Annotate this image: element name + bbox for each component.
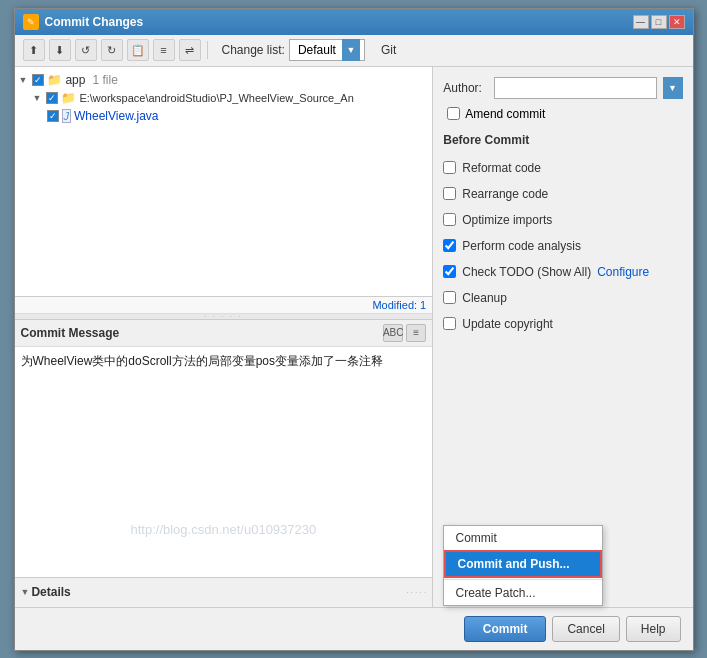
bottom-bar: Commit Commit and Push... Create Patch..… xyxy=(15,607,693,650)
dropdown-commit-push[interactable]: Commit and Push... xyxy=(444,550,602,578)
check-row-cleanup: Cleanup xyxy=(443,289,682,307)
maximize-button[interactable]: □ xyxy=(651,15,667,29)
git-label: Git xyxy=(381,43,396,57)
java-file-icon: J xyxy=(62,109,72,123)
spell-check-btn[interactable]: ABC xyxy=(383,324,403,342)
cleanup-label: Cleanup xyxy=(462,291,507,305)
checkbox-file[interactable]: ✓ xyxy=(47,110,59,122)
commit-message-text: 为WheelView类中的doScroll方法的局部变量pos变量添加了一条注释 xyxy=(21,353,427,370)
watermark: http://blog.csdn.net/u010937230 xyxy=(130,522,316,537)
toolbar-btn-4[interactable]: ↻ xyxy=(101,39,123,61)
tree-label-file: WheelView.java xyxy=(74,109,159,123)
check-row-checktodo: Check TODO (Show All) Configure xyxy=(443,263,682,281)
commit-changes-window: ✎ Commit Changes — □ ✕ ⬆ ⬇ ↺ ↻ 📋 ≡ ⇌ Cha… xyxy=(14,8,694,651)
left-panel: ▼ ✓ 📁 app 1 file ▼ ✓ 📁 E:\workspace\andr… xyxy=(15,67,434,607)
expand-arrow-path: ▼ xyxy=(33,93,42,103)
check-row-perform: Perform code analysis xyxy=(443,237,682,255)
check-row-copyright: Update copyright xyxy=(443,315,682,333)
title-bar: ✎ Commit Changes — □ ✕ xyxy=(15,9,693,35)
before-commit-label: Before Commit xyxy=(443,133,682,147)
file-tree: ▼ ✓ 📁 app 1 file ▼ ✓ 📁 E:\workspace\andr… xyxy=(15,67,433,297)
amend-label: Amend commit xyxy=(465,107,545,121)
title-controls: — □ ✕ xyxy=(633,15,685,29)
cancel-button[interactable]: Cancel xyxy=(552,616,619,642)
details-label: Details xyxy=(31,585,70,599)
check-row-reformat: Reformat code xyxy=(443,159,682,177)
copyright-checkbox[interactable] xyxy=(443,317,456,330)
folder-icon-path: 📁 xyxy=(61,91,76,105)
rearrange-checkbox[interactable] xyxy=(443,187,456,200)
check-row-optimize: Optimize imports xyxy=(443,211,682,229)
change-list-arrow[interactable]: ▼ xyxy=(342,39,360,61)
cleanup-checkbox[interactable] xyxy=(443,291,456,304)
details-section: ▼ Details · · · · · xyxy=(15,577,433,607)
author-row: Author: ▼ xyxy=(443,77,682,99)
optimize-label: Optimize imports xyxy=(462,213,552,227)
toolbar-btn-7[interactable]: ⇌ xyxy=(179,39,201,61)
check-row-rearrange: Rearrange code xyxy=(443,185,682,203)
author-label: Author: xyxy=(443,81,488,95)
details-expand-arrow: ▼ xyxy=(21,587,30,597)
dropdown-create-patch[interactable]: Create Patch... xyxy=(444,581,602,605)
change-list-label: Change list: xyxy=(222,43,285,57)
toolbar-btn-5[interactable]: 📋 xyxy=(127,39,149,61)
configure-link[interactable]: Configure xyxy=(597,265,649,279)
dropdown-menu: Commit Commit and Push... Create Patch..… xyxy=(443,525,603,606)
reformat-label: Reformat code xyxy=(462,161,541,175)
dropdown-divider xyxy=(444,579,602,580)
toolbar-btn-1[interactable]: ⬆ xyxy=(23,39,45,61)
minimize-button[interactable]: — xyxy=(633,15,649,29)
toolbar-btn-6[interactable]: ≡ xyxy=(153,39,175,61)
tree-item-file[interactable]: ✓ J WheelView.java xyxy=(19,107,429,125)
folder-icon-app: 📁 xyxy=(47,73,62,87)
author-dropdown-btn[interactable]: ▼ xyxy=(663,77,683,99)
commit-message-tools: ABC ≡ xyxy=(383,324,426,342)
toolbar-separator xyxy=(207,41,208,59)
tree-item-app[interactable]: ▼ ✓ 📁 app 1 file xyxy=(19,71,429,89)
perform-checkbox[interactable] xyxy=(443,239,456,252)
toolbar: ⬆ ⬇ ↺ ↻ 📋 ≡ ⇌ Change list: Default ▼ Git xyxy=(15,35,693,67)
commit-message-label: Commit Message xyxy=(21,326,120,340)
expand-arrow-app: ▼ xyxy=(19,75,28,85)
optimize-checkbox[interactable] xyxy=(443,213,456,226)
toolbar-btn-2[interactable]: ⬇ xyxy=(49,39,71,61)
commit-message-area[interactable]: 为WheelView类中的doScroll方法的局部变量pos变量添加了一条注释… xyxy=(15,347,433,577)
perform-label: Perform code analysis xyxy=(462,239,581,253)
rearrange-label: Rearrange code xyxy=(462,187,548,201)
toolbar-btn-3[interactable]: ↺ xyxy=(75,39,97,61)
change-list-value: Default xyxy=(294,43,340,57)
reformat-checkbox[interactable] xyxy=(443,161,456,174)
app-file-count: 1 file xyxy=(92,73,117,87)
checktodo-checkbox[interactable] xyxy=(443,265,456,278)
window-icon: ✎ xyxy=(23,14,39,30)
commit-message-header: Commit Message ABC ≡ xyxy=(15,320,433,347)
amend-row: Amend commit xyxy=(443,107,682,121)
commit-button[interactable]: Commit xyxy=(464,616,547,642)
close-button[interactable]: ✕ xyxy=(669,15,685,29)
checkbox-path[interactable]: ✓ xyxy=(46,92,58,104)
title-bar-left: ✎ Commit Changes xyxy=(23,14,144,30)
copyright-label: Update copyright xyxy=(462,317,553,331)
checkbox-app[interactable]: ✓ xyxy=(32,74,44,86)
tree-item-path[interactable]: ▼ ✓ 📁 E:\workspace\androidStudio\PJ_Whee… xyxy=(19,89,429,107)
commit-message-section: Commit Message ABC ≡ 为WheelView类中的doScro… xyxy=(15,320,433,577)
tree-label-app: app xyxy=(65,73,85,87)
dropdown-commit[interactable]: Commit xyxy=(444,526,602,550)
help-button[interactable]: Help xyxy=(626,616,681,642)
commit-tools-btn[interactable]: ≡ xyxy=(406,324,426,342)
change-list-dropdown[interactable]: Default ▼ xyxy=(289,39,365,61)
window-title: Commit Changes xyxy=(45,15,144,29)
author-input[interactable] xyxy=(494,77,656,99)
tree-label-path: E:\workspace\androidStudio\PJ_WheelView_… xyxy=(79,92,353,104)
checktodo-label: Check TODO (Show All) xyxy=(462,265,591,279)
amend-checkbox[interactable] xyxy=(447,107,460,120)
